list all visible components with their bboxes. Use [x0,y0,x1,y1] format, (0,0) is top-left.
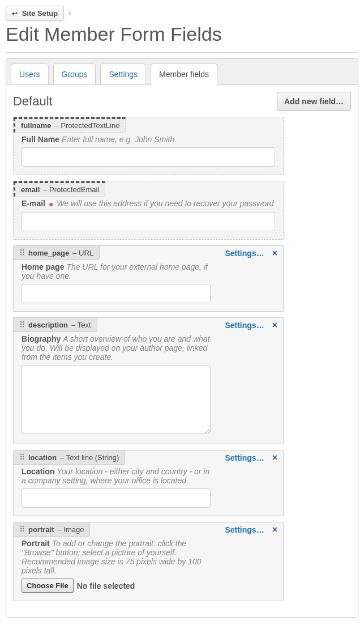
drag-handle-icon[interactable]: ⠿ [19,320,25,329]
drag-handle-icon[interactable]: ⠿ [19,248,25,257]
field-label-row: Biography A short overview of who you ar… [22,334,211,362]
field-actions: Settings…× [225,453,283,463]
field-settings-link[interactable]: Settings… [225,321,264,330]
field-body: Location Your location - either city and… [14,465,283,516]
field-main: Home page The URL for your external home… [14,260,219,311]
field-actions: Settings…× [225,248,283,258]
field-card-fullname: fullname – ProtectedTextLineFull Name En… [13,117,284,175]
location-input[interactable] [22,488,211,508]
section-header: Default Add new field… [13,92,351,111]
section-title: Default [13,94,53,109]
field-type: – URL [72,249,93,257]
field-type: – Image [58,525,84,534]
field-card-description: ⠿description – TextSettings…×Biography A… [13,317,284,444]
field-hint: Enter full name, e.g. John Smith. [62,135,177,144]
email-input[interactable] [22,212,275,231]
fields-list: fullname – ProtectedTextLineFull Name En… [13,117,351,601]
field-name: location [28,453,57,462]
field-body: Biography A short overview of who you ar… [14,332,283,444]
field-card-portrait: ⠿portrait – ImageSettings…×Portrait To a… [13,522,284,601]
field-label: Full Name [22,135,62,144]
field-main: Location Your location - either city and… [14,465,219,516]
field-name: fullname [21,121,51,130]
field-main: Biography A short overview of who you ar… [14,332,219,444]
field-header: ⠿description – TextSettings…× [14,318,283,332]
field-id-chip: ⠿home_page – URL [14,246,100,260]
field-id-chip: ⠿location – Text line (String) [14,450,125,465]
fullname-input[interactable] [22,147,275,167]
file-row: Choose FileNo file selected [22,579,211,593]
site-setup-button[interactable]: ↩ Site Setup [6,6,64,21]
field-card-location: ⠿location – Text line (String)Settings…×… [13,450,284,516]
field-id-chip: ⠿portrait – Image [14,522,90,537]
field-hint: We will use this address if you need to … [57,199,273,208]
drag-handle-icon[interactable]: ⠿ [19,453,25,462]
field-main: Portrait To add or change the portrait: … [14,537,219,601]
drag-handle-icon[interactable]: ⠿ [19,525,25,534]
close-icon[interactable]: × [272,525,277,535]
tab-groups[interactable]: Groups [53,63,96,85]
field-settings-link[interactable]: Settings… [225,525,264,534]
field-label-row: Location Your location - either city and… [22,467,211,485]
field-card-home_page: ⠿home_page – URLSettings…×Home page The … [13,245,284,312]
field-header: ⠿portrait – ImageSettings…× [14,522,283,537]
site-setup-label: Site Setup [22,9,58,18]
field-body: Full Name Enter full name, e.g. John Smi… [14,133,283,175]
return-icon: ↩ [12,10,18,18]
choose-file-button[interactable]: Choose File [22,579,74,593]
field-name: email [21,185,40,194]
divider [6,52,358,53]
field-name: home_page [28,249,69,257]
field-label-row: Full Name Enter full name, e.g. John Smi… [22,135,275,144]
tab-settings[interactable]: Settings [100,63,146,85]
description-textarea[interactable] [22,365,211,434]
add-new-field-button[interactable]: Add new field… [277,92,351,111]
field-type: – Text line (String) [60,453,119,462]
field-label: Location [22,467,57,476]
field-type: – Text [71,321,91,329]
field-card-email: email – ProtectedEmailE-mail ● We will u… [13,181,284,240]
file-status: No file selected [77,581,135,590]
close-icon[interactable]: × [272,248,277,258]
field-id-chip: email – ProtectedEmail [14,181,105,197]
field-settings-link[interactable]: Settings… [225,249,264,258]
field-main: Full Name Enter full name, e.g. John Smi… [14,133,283,175]
field-header: email – ProtectedEmail [14,181,283,197]
main-panel: UsersGroupsSettingsMember fields Default… [6,58,358,618]
field-main: E-mail ● We will use this address if you… [14,197,283,239]
field-label: Portrait [22,539,52,548]
field-label: E-mail [22,199,48,208]
page-title: Edit Member Form Fields [6,23,358,45]
tab-users[interactable]: Users [11,63,49,85]
tab-body: Default Add new field… fullname – Protec… [6,84,358,617]
tabs: UsersGroupsSettingsMember fields [6,59,358,85]
close-icon[interactable]: × [272,320,277,330]
close-icon[interactable]: × [272,453,277,463]
field-body: Home page The URL for your external home… [14,260,283,311]
field-label-row: E-mail ● We will use this address if you… [22,199,275,209]
field-label-row: Home page The URL for your external home… [22,262,211,280]
breadcrumb: ↩ Site Setup › [6,6,358,21]
field-header: ⠿home_page – URLSettings…× [14,246,283,260]
field-body: Portrait To add or change the portrait: … [14,537,283,601]
home_page-input[interactable] [22,284,211,303]
field-id-chip: ⠿description – Text [14,318,97,332]
field-label: Home page [22,262,66,271]
field-label-row: Portrait To add or change the portrait: … [22,539,211,575]
breadcrumb-separator: › [68,8,71,18]
tab-member-fields[interactable]: Member fields [151,63,217,86]
field-label: Biography [22,334,63,343]
field-id-chip: fullname – ProtectedTextLine [14,117,126,133]
field-actions: Settings…× [225,525,283,535]
field-header: ⠿location – Text line (String)Settings…× [14,450,283,465]
field-body: E-mail ● We will use this address if you… [14,197,283,239]
field-type: – ProtectedEmail [43,185,99,194]
field-name: portrait [28,525,54,534]
field-actions: Settings…× [225,320,283,330]
field-header: fullname – ProtectedTextLine [14,117,283,133]
required-dot-icon: ● [49,199,53,209]
field-name: description [28,321,68,329]
field-type: – ProtectedTextLine [54,121,119,130]
field-settings-link[interactable]: Settings… [225,453,264,462]
